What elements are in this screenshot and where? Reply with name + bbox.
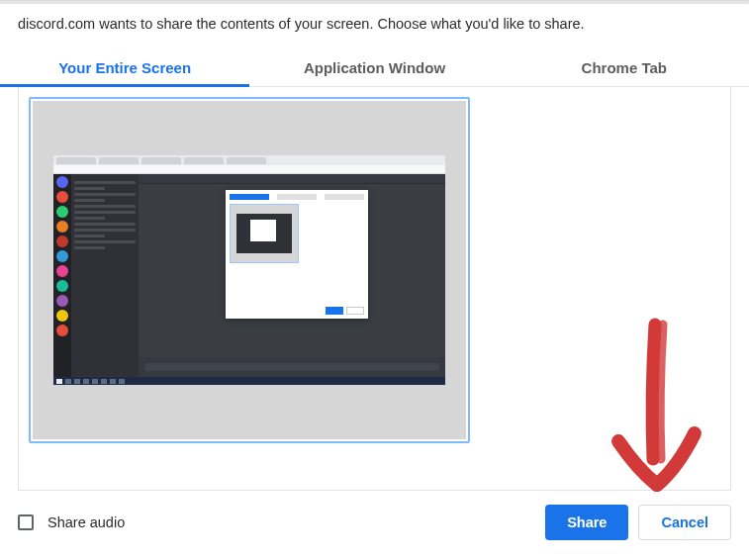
preview-area	[18, 87, 731, 491]
tab-label: Application Window	[304, 59, 445, 76]
tab-entire-screen[interactable]: Your Entire Screen	[0, 47, 249, 87]
button-label: Cancel	[661, 514, 708, 530]
dialog-footer: Share audio Share Cancel	[0, 491, 749, 560]
tab-application-window[interactable]: Application Window	[249, 47, 499, 87]
tab-label: Chrome Tab	[582, 59, 667, 76]
share-audio-checkbox[interactable]: Share audio	[18, 514, 125, 530]
desktop-thumbnail	[53, 155, 445, 385]
cancel-button[interactable]: Cancel	[638, 505, 731, 540]
tab-label: Your Entire Screen	[58, 59, 191, 76]
tab-chrome-tab[interactable]: Chrome Tab	[500, 47, 749, 87]
screen-preview-tile[interactable]	[29, 97, 470, 443]
share-source-tabs: Your Entire Screen Application Window Ch…	[0, 47, 749, 87]
button-label: Share	[567, 514, 607, 530]
permission-prompt-text: discord.com wants to share the contents …	[0, 4, 749, 38]
share-button[interactable]: Share	[545, 505, 628, 540]
screen-preview-thumb	[33, 101, 466, 439]
share-audio-label: Share audio	[47, 514, 125, 530]
checkbox-icon	[18, 514, 34, 530]
